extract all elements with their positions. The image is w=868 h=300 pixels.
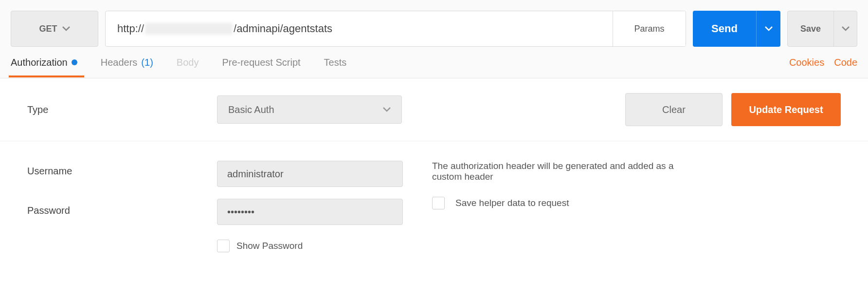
redacted-host: [145, 23, 233, 35]
show-password-row: Show Password: [217, 240, 403, 252]
tabs-right-links: Cookies Code: [789, 57, 857, 68]
tab-headers[interactable]: Headers (1): [101, 48, 153, 77]
update-request-button[interactable]: Update Request: [731, 93, 841, 126]
send-label: Send: [711, 22, 738, 35]
clear-button[interactable]: Clear: [625, 93, 723, 126]
password-input[interactable]: [217, 199, 403, 225]
auth-type-value: Basic Auth: [228, 104, 274, 115]
chevron-down-icon: [62, 26, 70, 31]
http-method-label: GET: [39, 24, 57, 34]
update-request-label: Update Request: [749, 104, 823, 115]
url-prefix: http://: [117, 22, 144, 35]
params-button[interactable]: Params: [613, 11, 686, 46]
tab-body[interactable]: Body: [177, 48, 199, 77]
save-group: Save: [787, 11, 857, 47]
save-button[interactable]: Save: [788, 11, 833, 46]
show-password-checkbox[interactable]: [217, 240, 230, 252]
save-dropdown-button[interactable]: [833, 11, 857, 46]
tab-headers-count: (1): [141, 57, 153, 68]
params-label: Params: [634, 24, 664, 34]
chevron-down-icon: [842, 26, 850, 31]
http-method-select[interactable]: GET: [11, 11, 98, 47]
clear-button-label: Clear: [662, 104, 686, 115]
username-label: Username: [27, 166, 217, 177]
request-tabs-row: Authorization Headers (1) Body Pre-reque…: [0, 47, 868, 78]
tab-prerequest[interactable]: Pre-request Script: [222, 48, 300, 77]
auth-type-row: Type Basic Auth Clear Update Request: [0, 78, 868, 141]
cookies-link[interactable]: Cookies: [789, 57, 824, 68]
save-helper-checkbox[interactable]: [432, 197, 445, 209]
credentials-labels: Username Password: [27, 161, 217, 252]
tab-indicator-dot-icon: [72, 59, 77, 65]
url-group: http:// /adminapi/agentstats Params: [105, 11, 686, 47]
auth-type-actions: Clear Update Request: [625, 93, 841, 126]
tab-headers-label: Headers: [101, 57, 138, 68]
send-group: Send: [693, 11, 780, 47]
auth-type-select[interactable]: Basic Auth: [217, 95, 402, 124]
username-input[interactable]: [217, 161, 403, 187]
send-button[interactable]: Send: [693, 11, 756, 47]
save-helper-label: Save helper data to request: [455, 198, 569, 208]
tab-authorization-label: Authorization: [11, 57, 68, 68]
code-link[interactable]: Code: [834, 57, 857, 68]
auth-type-label: Type: [27, 104, 217, 115]
request-tabs: Authorization Headers (1) Body Pre-reque…: [11, 48, 346, 77]
send-dropdown-button[interactable]: [756, 11, 780, 47]
tab-prerequest-label: Pre-request Script: [222, 57, 300, 68]
tab-body-label: Body: [177, 57, 199, 68]
url-input[interactable]: http:// /adminapi/agentstats: [106, 11, 613, 46]
save-label: Save: [800, 24, 821, 34]
credentials-section: Username Password Show Password The auth…: [0, 141, 868, 272]
show-password-label: Show Password: [236, 241, 303, 251]
auth-info-text: The authorization header will be generat…: [432, 161, 685, 182]
save-helper-row: Save helper data to request: [432, 197, 685, 209]
credentials-fields: Show Password: [217, 161, 403, 252]
tab-authorization[interactable]: Authorization: [11, 48, 77, 77]
request-topbar: GET http:// /adminapi/agentstats Params …: [0, 0, 868, 47]
chevron-down-icon: [383, 107, 391, 112]
tab-tests[interactable]: Tests: [324, 48, 347, 77]
chevron-down-icon: [765, 26, 773, 31]
url-suffix: /adminapi/agentstats: [234, 22, 332, 35]
credentials-info: The authorization header will be generat…: [432, 161, 685, 252]
tab-tests-label: Tests: [324, 57, 347, 68]
password-label: Password: [27, 205, 217, 216]
